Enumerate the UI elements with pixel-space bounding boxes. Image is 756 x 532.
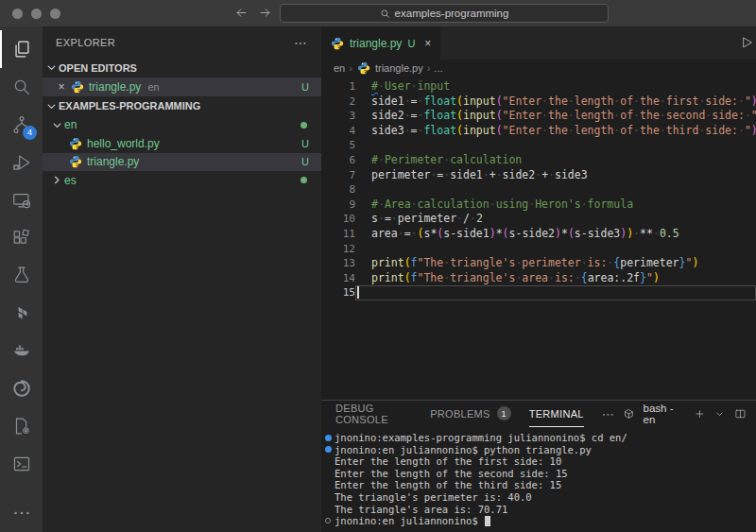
terraform-icon xyxy=(11,302,32,323)
line-content: print(f"The·triangle's·area·is:·{area:.2… xyxy=(355,271,660,286)
text-cursor xyxy=(357,286,359,299)
window-controls xyxy=(12,9,60,19)
browser-spiral-icon xyxy=(11,378,32,399)
open-editors-list: ×triangle.pyenU xyxy=(43,77,321,96)
code-line-4[interactable]: 4side3·=·float(input("Enter·the·length·o… xyxy=(321,124,756,139)
minimize-window-button[interactable] xyxy=(31,9,42,19)
project-section-header[interactable]: EXAMPLES-PROGRAMMING xyxy=(43,96,321,116)
search-icon xyxy=(11,77,32,97)
code-line-8[interactable]: 8 xyxy=(321,182,756,197)
panel-tab-debug-console[interactable]: DEBUG CONSOLE xyxy=(335,401,412,427)
close-editor-icon[interactable]: × xyxy=(54,80,69,94)
close-tab-icon[interactable]: × xyxy=(424,37,431,50)
terminal-line: The triangle's area is: 70.71 xyxy=(321,504,756,516)
code-line-9[interactable]: 9#·Area·calculation·using·Heron's·formul… xyxy=(321,197,756,213)
code-line-14[interactable]: 14print(f"The·triangle's·area·is:·{area:… xyxy=(321,271,756,286)
activity-browser-spiral[interactable] xyxy=(0,369,43,407)
split-terminal-icon[interactable] xyxy=(734,407,747,420)
code-line-12[interactable]: 12 xyxy=(321,242,756,257)
line-content xyxy=(355,182,371,197)
tab-label: triangle.py xyxy=(350,37,402,50)
command-decoration-icon xyxy=(321,435,335,441)
forward-icon[interactable] xyxy=(258,6,272,24)
code-line-2[interactable]: 2side1·=·float(input("Enter·the·length·o… xyxy=(321,94,756,110)
command-decoration-icon xyxy=(321,446,335,453)
line-content: #·Area·calculation·using·Heron's·formula xyxy=(355,197,633,213)
extensions-icon xyxy=(11,228,32,249)
open-editors-header[interactable]: OPEN EDITORS xyxy=(43,58,321,77)
explorer-actions-icon[interactable]: ⋯ xyxy=(294,35,308,50)
breadcrumb-item[interactable]: en xyxy=(334,62,345,74)
test-beaker-icon xyxy=(11,265,32,285)
line-number: 1 xyxy=(321,79,355,94)
new-terminal-icon[interactable] xyxy=(694,407,706,420)
activity-search[interactable] xyxy=(0,68,43,106)
panel-more-icon[interactable]: ⋯ xyxy=(602,407,615,421)
breadcrumb[interactable]: en›triangle.py›... xyxy=(321,60,756,76)
tree-folder-es[interactable]: es xyxy=(43,171,321,190)
activity-file-gear[interactable] xyxy=(0,407,43,445)
terminal-icon xyxy=(11,454,32,474)
tab-triangle-py[interactable]: triangle.py U × xyxy=(321,26,440,60)
activity-docker[interactable] xyxy=(0,332,43,369)
activity-test-beaker[interactable] xyxy=(0,257,43,295)
search-icon xyxy=(380,9,390,19)
code-line-11[interactable]: 11area·=·(s*(s-side1)*(s-side2)*(s-side3… xyxy=(321,227,756,242)
terminal-output[interactable]: jnonino:examples-programming juliannonin… xyxy=(321,427,756,532)
breadcrumb-item[interactable]: ... xyxy=(434,62,442,74)
python-icon xyxy=(69,155,82,168)
activity-explorer[interactable] xyxy=(0,30,43,68)
code-line-10[interactable]: 10s·=·perimeter·/·2 xyxy=(321,212,756,227)
terminal-cursor xyxy=(485,516,490,526)
close-window-button[interactable] xyxy=(12,9,23,19)
code-line-3[interactable]: 3side2·=·float(input("Enter·the·length·o… xyxy=(321,109,756,124)
activity-source-control[interactable]: 4 xyxy=(0,106,43,144)
play-icon xyxy=(739,35,754,50)
code-line-6[interactable]: 6#·Perimeter·calculation xyxy=(321,153,756,168)
panel-tab-terminal[interactable]: TERMINAL xyxy=(529,401,584,427)
run-and-debug-icon xyxy=(11,152,32,173)
open-editor-item[interactable]: ×triangle.pyenU xyxy=(43,77,321,96)
terminal-line: jnonino:en juliannonino$ python triangle… xyxy=(321,444,756,456)
activity-more-ellipsis[interactable] xyxy=(0,494,43,532)
command-center-search[interactable]: examples-programming xyxy=(280,4,609,23)
code-line-1[interactable]: 1#·User·input xyxy=(321,79,756,94)
code-line-15[interactable]: 15 xyxy=(321,285,756,300)
tree-file-hello_world-py[interactable]: hello_world.pyU xyxy=(43,134,321,153)
terminal-line: jnonino:en juliannonino$ xyxy=(321,515,756,527)
terminal-instance-label[interactable]: bash - en xyxy=(644,403,685,425)
file-gear-icon xyxy=(11,416,32,437)
activity-remote-explorer[interactable] xyxy=(0,181,43,219)
code-line-13[interactable]: 13print(f"The·triangle's·perimeter·is:·{… xyxy=(321,256,756,271)
line-number: 11 xyxy=(321,227,355,242)
terminal-text: The triangle's area is: 70.71 xyxy=(335,504,507,516)
breadcrumb-item[interactable]: triangle.py xyxy=(375,62,423,74)
terminal-text: Enter the length of the first side: 10 xyxy=(335,455,561,468)
code-line-5[interactable]: 5 xyxy=(321,138,756,153)
line-number: 15 xyxy=(321,285,355,300)
chevron-right-icon xyxy=(50,173,64,187)
code-line-7[interactable]: 7perimeter·=·side1·+·side2·+·side3 xyxy=(321,168,756,183)
tree-folder-en[interactable]: en xyxy=(43,116,321,135)
panel-tab-problems[interactable]: PROBLEMS1 xyxy=(430,401,511,427)
activity-run-and-debug[interactable] xyxy=(0,144,43,181)
line-number: 4 xyxy=(321,124,355,139)
line-content xyxy=(355,285,756,300)
launch-profile-chevron-icon[interactable] xyxy=(713,407,726,420)
activity-terminal[interactable] xyxy=(0,445,43,483)
sidebar-title: EXPLORER xyxy=(56,37,115,48)
back-icon[interactable] xyxy=(234,6,249,24)
panel-header: DEBUG CONSOLEPROBLEMS1TERMINAL ⋯ bash - … xyxy=(321,401,756,427)
tree-file-triangle-py[interactable]: triangle.pyU xyxy=(43,153,321,172)
run-python-file-button[interactable] xyxy=(739,35,754,54)
line-content: perimeter·=·side1·+·side2·+·side3 xyxy=(355,168,588,183)
activity-terraform[interactable] xyxy=(0,294,43,332)
maximize-window-button[interactable] xyxy=(50,9,60,19)
line-content: side1·=·float(input("Enter·the·length·of… xyxy=(355,94,756,110)
breadcrumb-separator-icon: › xyxy=(427,62,431,74)
line-content: #·Perimeter·calculation xyxy=(355,153,522,168)
code-editor[interactable]: 1#·User·input2side1·=·float(input("Enter… xyxy=(321,76,756,400)
chevron-down-icon xyxy=(44,99,59,113)
activity-extensions[interactable] xyxy=(0,219,43,257)
line-content: side3·=·float(input("Enter·the·length·of… xyxy=(355,124,756,139)
